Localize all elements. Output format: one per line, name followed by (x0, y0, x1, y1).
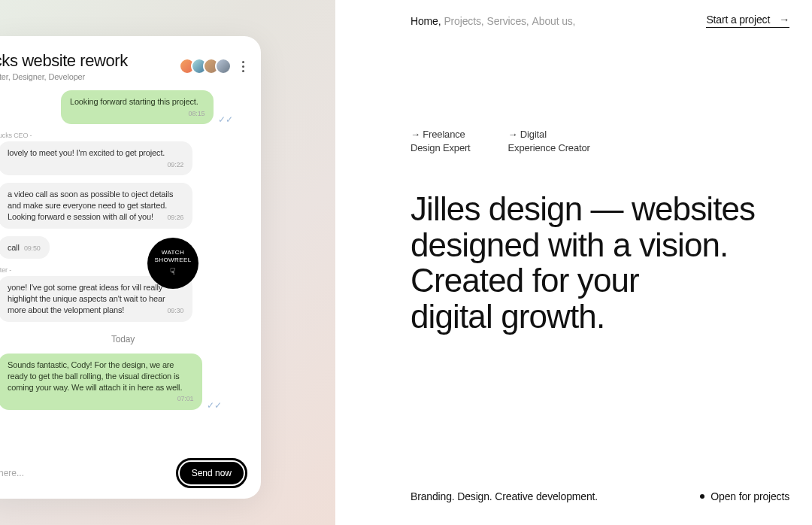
avatar[interactable] (215, 58, 232, 74)
nav-home[interactable]: Home, (411, 15, 441, 27)
pointer-icon: ☟ (170, 266, 175, 278)
message-text: call (8, 243, 20, 252)
top-nav: Home, Projects, Services, About us, Star… (335, 0, 812, 28)
cta-label: Start a project (706, 14, 770, 26)
message-incoming: call 09:50 (0, 236, 247, 259)
tag-line: Design Expert (411, 141, 471, 155)
hero-footer: Branding. Design. Creative development. … (411, 490, 789, 502)
message-time: 07:01 (173, 394, 194, 403)
send-button[interactable]: Send now (176, 458, 247, 488)
message-time: 09:50 (20, 244, 41, 253)
footer-tagline: Branding. Design. Creative development. (411, 490, 598, 502)
hero-tags: → Freelance Design Expert → Digital Expe… (411, 128, 590, 154)
tag-freelance: → Freelance Design Expert (411, 128, 471, 154)
chat-header: ucks website rework ywriter, Designer, D… (0, 36, 261, 90)
nav-projects[interactable]: Projects, (444, 15, 483, 27)
message-text: yone! I've got some great ideas for vill… (8, 283, 165, 314)
message-sender: iter - (0, 266, 247, 274)
start-project-button[interactable]: Start a project → (706, 14, 789, 28)
message-text: Sounds fantastic, Cody! For the design, … (8, 360, 182, 392)
message-time: 09:30 (162, 306, 183, 315)
read-receipt-icon: ✓✓ (218, 115, 233, 124)
chat-title: ucks website rework (0, 51, 128, 71)
more-icon[interactable] (239, 58, 247, 75)
message-outgoing: Looking forward starting this project. 0… (61, 90, 214, 124)
headline-line: Created for your (411, 262, 755, 299)
tag-line: → Digital (508, 128, 590, 141)
message-text: Looking forward starting this project. (70, 97, 198, 106)
day-separator: Today (0, 334, 247, 344)
tag-line: → Freelance (411, 128, 471, 141)
chat-subtitle: ywriter, Designer, Developer (0, 72, 128, 81)
chat-card: ucks website rework ywriter, Designer, D… (0, 36, 261, 499)
tag-line: Experience Creator (508, 141, 590, 155)
watch-showreel-button[interactable]: WATCH SHOWREEL ☟ (147, 238, 198, 289)
message-input[interactable] (0, 468, 168, 478)
chat-body: Looking forward starting this project. 0… (0, 90, 261, 448)
message-incoming: ucks CEO - lovely to meet you! I'm excit… (0, 132, 247, 175)
tag-digital: → Digital Experience Creator (508, 128, 590, 154)
status-dot-icon (700, 494, 704, 499)
arrow-right-icon: → (779, 14, 789, 26)
hero-headline: Jilles design — websites designed with a… (411, 191, 755, 334)
showreel-label: WATCH (162, 249, 184, 256)
left-panel: ucks website rework ywriter, Designer, D… (0, 0, 335, 525)
open-for-projects: Open for projects (700, 490, 789, 502)
right-panel: Home, Projects, Services, About us, Star… (335, 0, 812, 525)
message-incoming: iter - yone! I've got some great ideas f… (0, 266, 247, 322)
message-sender: ucks CEO - (0, 132, 247, 139)
message-time: 09:22 (162, 160, 183, 169)
headline-line: digital growth. (411, 299, 755, 335)
chat-input-row: Send now (0, 448, 261, 499)
read-receipt-icon: ✓✓ (207, 401, 222, 410)
message-incoming: a video call as soon as possible to ojec… (0, 183, 247, 229)
avatar-stack[interactable] (179, 58, 232, 74)
headline-line: Jilles design — websites (411, 191, 755, 227)
status-label: Open for projects (710, 490, 789, 502)
message-time: 09:26 (162, 213, 183, 222)
nav-links: Home, Projects, Services, About us, (411, 15, 575, 27)
message-text: a video call as soon as possible to ojec… (8, 190, 173, 221)
showreel-label: SHOWREEL (155, 256, 192, 264)
nav-services[interactable]: Services, (486, 15, 529, 27)
message-text: lovely to meet you! I'm excited to get p… (8, 148, 165, 157)
nav-about[interactable]: About us, (532, 15, 576, 27)
message-outgoing: Sounds fantastic, Cody! For the design, … (0, 354, 202, 410)
message-time: 08:15 (184, 109, 205, 118)
headline-line: designed with a vision. (411, 227, 755, 263)
